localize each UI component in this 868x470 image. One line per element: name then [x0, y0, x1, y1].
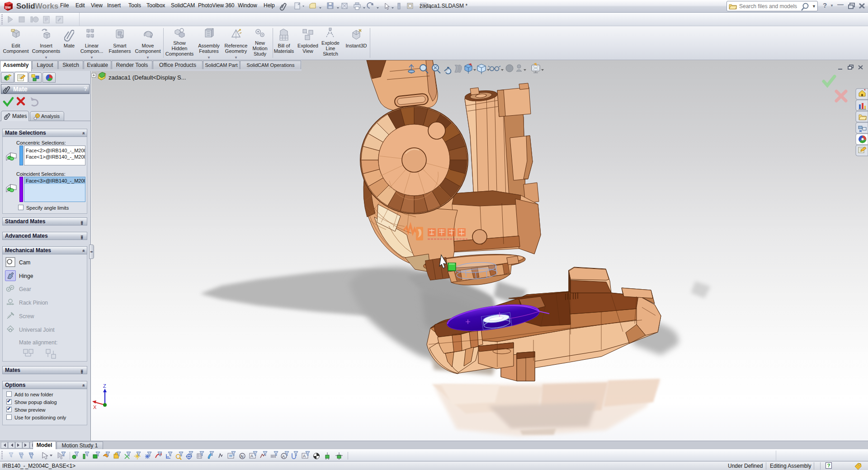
svg-text:zadaca1 (Default<Display S...: zadaca1 (Default<Display S... — [108, 74, 186, 81]
svg-text:N: N — [241, 454, 244, 459]
svg-text:X: X — [93, 404, 97, 410]
svg-text:A: A — [282, 454, 285, 459]
svg-text:A: A — [250, 454, 253, 458]
svg-text:SW: SW — [5, 5, 11, 9]
svg-text:Z: Z — [103, 383, 106, 389]
svg-text:A: A — [303, 454, 306, 458]
